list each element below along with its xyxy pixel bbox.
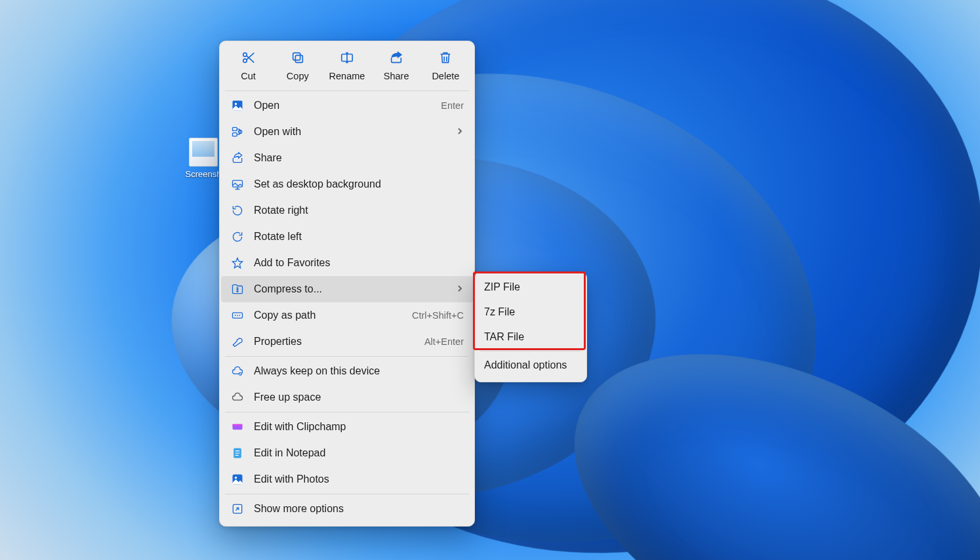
- share-arrow-icon: [389, 50, 403, 67]
- chevron-right-icon: [456, 126, 464, 138]
- trash-icon: [438, 50, 453, 67]
- menu-open-with[interactable]: Open with: [221, 119, 473, 145]
- svg-rect-14: [233, 424, 243, 426]
- menu-label: Compress to...: [254, 283, 447, 295]
- submenu-tar-file[interactable]: TAR File: [475, 325, 586, 350]
- clipchamp-icon: [230, 420, 245, 434]
- svg-rect-2: [295, 55, 302, 62]
- image-icon: [230, 98, 245, 113]
- submenu-label: ZIP File: [484, 281, 520, 293]
- rotate-right-icon: [230, 203, 245, 218]
- file-label: Screensh: [184, 169, 223, 179]
- chevron-right-icon: [456, 283, 464, 295]
- compress-submenu: ZIP File 7z File TAR File Additional opt…: [474, 271, 587, 382]
- menu-rotate-right[interactable]: Rotate right: [221, 197, 473, 224]
- rename-icon: [340, 50, 354, 67]
- expand-icon: [230, 502, 245, 516]
- photos-icon: [230, 472, 245, 487]
- archive-icon: [230, 282, 245, 296]
- button-label: Delete: [432, 71, 459, 81]
- submenu-label: 7z File: [484, 306, 515, 318]
- menu-properties[interactable]: Properties Alt+Enter: [221, 329, 473, 355]
- file-thumbnail-icon: [189, 138, 218, 167]
- menu-label: Free up space: [254, 391, 464, 403]
- menu-label: Rotate left: [254, 231, 464, 243]
- menu-label: Properties: [254, 336, 415, 348]
- menu-share[interactable]: Share: [221, 145, 473, 171]
- menu-always-keep-on-device[interactable]: Always keep on this device: [221, 358, 473, 384]
- shortcut-hint: Enter: [441, 100, 464, 111]
- delete-button[interactable]: Delete: [424, 48, 467, 84]
- menu-set-desktop-background[interactable]: Set as desktop background: [221, 171, 473, 197]
- star-icon: [230, 256, 245, 270]
- menu-label: Open with: [254, 126, 447, 138]
- context-menu: Cut Copy Rename Share Delete: [219, 41, 475, 527]
- menu-add-favorites[interactable]: Add to Favorites: [221, 250, 473, 276]
- menu-label: Rotate right: [254, 205, 464, 216]
- cloud-sync-icon: [230, 364, 245, 378]
- menu-compress-to[interactable]: Compress to...: [221, 276, 473, 302]
- share-icon: [230, 151, 245, 165]
- menu-label: Add to Favorites: [254, 257, 464, 269]
- button-label: Cut: [241, 71, 256, 81]
- submenu-additional-options[interactable]: Additional options: [475, 353, 586, 378]
- submenu-label: Additional options: [484, 359, 567, 371]
- menu-open[interactable]: Open Enter: [221, 92, 473, 119]
- submenu-7z-file[interactable]: 7z File: [475, 300, 586, 325]
- separator: [225, 494, 469, 494]
- menu-label: Show more options: [254, 503, 464, 515]
- open-with-icon: [230, 125, 245, 139]
- cut-button[interactable]: Cut: [227, 48, 270, 84]
- notepad-icon: [230, 446, 245, 460]
- separator: [480, 351, 581, 351]
- shortcut-hint: Alt+Enter: [424, 336, 464, 347]
- rotate-left-icon: [230, 230, 245, 244]
- svg-rect-8: [233, 133, 237, 136]
- menu-label: Edit with Photos: [254, 473, 464, 485]
- desktop-bg-icon: [230, 177, 245, 191]
- svg-point-6: [235, 103, 237, 105]
- menu-label: Copy as path: [254, 310, 403, 321]
- share-button[interactable]: Share: [375, 48, 418, 84]
- menu-label: Set as desktop background: [254, 178, 464, 190]
- scissors-icon: [241, 50, 256, 67]
- menu-label: Edit with Clipchamp: [254, 421, 464, 433]
- menu-label: Always keep on this device: [254, 365, 464, 377]
- submenu-label: TAR File: [484, 331, 524, 343]
- menu-edit-clipchamp[interactable]: Edit with Clipchamp: [221, 414, 473, 440]
- path-icon: [230, 308, 245, 323]
- desktop-file-icon[interactable]: Screensh: [184, 138, 223, 179]
- separator: [225, 412, 469, 412]
- separator: [225, 356, 469, 357]
- copy-button[interactable]: Copy: [276, 48, 319, 84]
- menu-label: Open: [254, 100, 432, 111]
- menu-show-more-options[interactable]: Show more options: [221, 496, 473, 522]
- rename-button[interactable]: Rename: [325, 48, 369, 84]
- submenu-zip-file[interactable]: ZIP File: [475, 275, 586, 300]
- menu-free-up-space[interactable]: Free up space: [221, 384, 473, 410]
- separator: [225, 90, 469, 91]
- svg-point-17: [235, 477, 237, 479]
- svg-rect-7: [233, 127, 237, 130]
- menu-copy-as-path[interactable]: Copy as path Ctrl+Shift+C: [221, 302, 473, 329]
- wrench-icon: [230, 334, 245, 349]
- context-toolbar: Cut Copy Rename Share Delete: [220, 41, 474, 89]
- copy-icon: [291, 50, 305, 67]
- menu-rotate-left[interactable]: Rotate left: [221, 224, 473, 250]
- button-label: Share: [384, 71, 409, 81]
- menu-label: Edit in Notepad: [254, 447, 464, 459]
- menu-edit-photos[interactable]: Edit with Photos: [221, 466, 473, 492]
- menu-label: Share: [254, 152, 464, 164]
- cloud-icon: [230, 390, 245, 405]
- shortcut-hint: Ctrl+Shift+C: [412, 310, 464, 321]
- button-label: Rename: [329, 71, 365, 81]
- menu-edit-notepad[interactable]: Edit in Notepad: [221, 440, 473, 466]
- svg-rect-3: [293, 53, 300, 60]
- button-label: Copy: [287, 71, 309, 81]
